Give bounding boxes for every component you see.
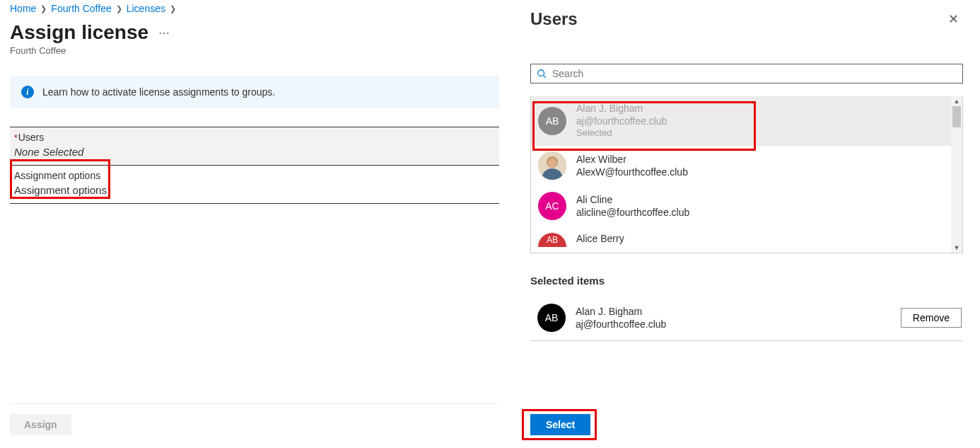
user-info: Alice Berry: [576, 232, 624, 245]
close-icon[interactable]: ✕: [944, 8, 963, 30]
scroll-up-icon[interactable]: ▲: [954, 96, 960, 106]
user-info: Alan J. Bigham aj@fourthcoffee.club Sele…: [576, 102, 667, 139]
user-list: AB Alan J. Bigham aj@fourthcoffee.club S…: [531, 96, 951, 253]
user-info: Alan J. Bigham aj@fourthcoffee.club: [576, 305, 901, 331]
user-name: Ali Cline: [576, 193, 689, 206]
page-title: Assign license: [10, 21, 148, 44]
selected-tag: Selected: [576, 127, 667, 139]
scrollbar[interactable]: ▲ ▼: [951, 96, 962, 253]
user-list-container: AB Alan J. Bigham aj@fourthcoffee.club S…: [530, 96, 963, 253]
users-section-value: None Selected: [14, 146, 495, 158]
breadcrumb-licenses[interactable]: Licenses: [127, 3, 165, 14]
user-name: Alex Wilber: [576, 153, 688, 166]
search-box[interactable]: [530, 64, 963, 84]
remove-button[interactable]: Remove: [901, 308, 962, 328]
chevron-right-icon: ❯: [170, 4, 176, 13]
panel-header: Users ✕: [530, 8, 963, 30]
info-banner[interactable]: i Learn how to activate license assignme…: [10, 76, 499, 108]
breadcrumb-home[interactable]: Home: [10, 3, 36, 14]
user-info: Alex Wilber AlexW@fourthcoffee.club: [576, 153, 688, 178]
assignment-options-value: Assignment options: [14, 184, 495, 196]
user-row-alan-bigham[interactable]: AB Alan J. Bigham aj@fourthcoffee.club S…: [531, 96, 951, 146]
avatar: AC: [538, 192, 566, 220]
user-email: aj@fourthcoffee.club: [576, 318, 901, 331]
selected-items-heading: Selected items: [530, 275, 963, 287]
search-input[interactable]: [552, 68, 957, 79]
info-icon: i: [21, 86, 34, 98]
user-name: Alan J. Bigham: [576, 305, 901, 318]
assignment-options-label: Assignment options: [14, 170, 495, 181]
user-name: Alan J. Bigham: [576, 102, 667, 115]
breadcrumb: Home ❯ Fourth Coffee ❯ Licenses ❯: [10, 3, 499, 14]
chevron-right-icon: ❯: [40, 4, 47, 13]
scroll-down-icon[interactable]: ▼: [954, 243, 960, 253]
avatar: AB: [537, 304, 566, 332]
breadcrumb-fourth-coffee[interactable]: Fourth Coffee: [51, 3, 111, 14]
panel-title: Users: [530, 9, 578, 29]
assign-button[interactable]: Assign: [10, 414, 71, 435]
avatar: AB: [538, 107, 566, 135]
user-row-alex-wilber[interactable]: Alex Wilber AlexW@fourthcoffee.club: [531, 146, 951, 186]
avatar: AB: [538, 233, 566, 247]
user-row-alice-berry[interactable]: AB Alice Berry: [531, 226, 951, 248]
page-subtitle: Fourth Coffee: [10, 45, 499, 56]
main-content: Home ❯ Fourth Coffee ❯ Licenses ❯ Assign…: [0, 0, 509, 448]
svg-point-5: [548, 159, 556, 167]
search-icon: [537, 69, 547, 79]
avatar-photo-icon: [538, 151, 566, 180]
footer-bar: Assign: [10, 403, 499, 435]
user-email: alicline@fourthcoffee.club: [576, 206, 689, 219]
svg-line-1: [544, 76, 547, 79]
user-email: aj@fourthcoffee.club: [576, 115, 667, 127]
users-section-label: *Users: [14, 132, 495, 143]
page-title-row: Assign license ⋯: [10, 21, 499, 44]
user-row-ali-cline[interactable]: AC Ali Cline alicline@fourthcoffee.club: [531, 186, 951, 226]
select-button[interactable]: Select: [530, 414, 590, 435]
user-name: Alice Berry: [576, 232, 624, 245]
chevron-right-icon: ❯: [116, 4, 122, 13]
more-actions-button[interactable]: ⋯: [158, 26, 170, 40]
svg-point-0: [538, 70, 544, 76]
user-email: AlexW@fourthcoffee.club: [576, 166, 688, 178]
users-section[interactable]: *Users None Selected: [10, 127, 499, 166]
scroll-thumb[interactable]: [952, 106, 961, 127]
panel-footer: Select: [530, 406, 963, 448]
required-star-icon: *: [14, 133, 18, 143]
avatar: [538, 151, 566, 180]
info-banner-text: Learn how to activate license assignment…: [42, 86, 275, 98]
user-info: Ali Cline alicline@fourthcoffee.club: [576, 193, 689, 219]
users-panel: Users ✕ AB Alan J. Bigham aj@fourthcoffe…: [522, 0, 980, 448]
assignment-options-section[interactable]: Assignment options Assignment options: [10, 166, 499, 204]
selected-item-row: AB Alan J. Bigham aj@fourthcoffee.club R…: [530, 299, 963, 341]
